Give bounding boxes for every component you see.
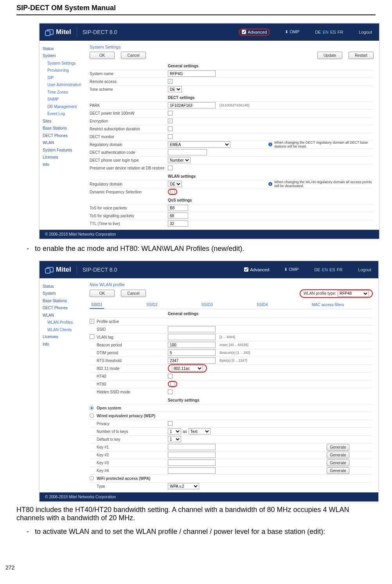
language-switch[interactable]: DEENESFR (313, 267, 343, 272)
cb-dfs[interactable]: ✓ (170, 189, 175, 194)
input-dtim[interactable] (168, 350, 216, 356)
tab-ssid4[interactable]: SSID4 (255, 303, 270, 309)
input-tosv[interactable] (168, 205, 188, 211)
sidebar-item-dectphones[interactable]: DECT Phones (43, 305, 86, 312)
input-k3[interactable] (168, 460, 216, 466)
sidebar-item-licenses[interactable]: Licenses (43, 333, 86, 341)
input-rts[interactable] (168, 357, 216, 364)
input-ssid[interactable] (168, 326, 216, 332)
doc-header: SIP-DECT OM System Manual (16, 0, 376, 12)
tab-ssid3[interactable]: SSID3 (200, 303, 214, 309)
generate-button-4[interactable]: Generate (327, 467, 349, 474)
cb-priv[interactable] (168, 421, 173, 426)
cb-ht40[interactable] (168, 374, 173, 379)
input-beacon[interactable] (168, 342, 216, 348)
sidebar-item-sites[interactable]: Sites (43, 118, 86, 125)
input-park[interactable] (168, 102, 216, 108)
cb-hidden[interactable] (168, 389, 173, 394)
radio-wep[interactable] (90, 413, 94, 418)
cb-remote[interactable]: ✓ (168, 79, 173, 84)
cb-pwr[interactable] (168, 111, 173, 115)
ok-button[interactable]: OK (90, 52, 115, 59)
ok-button[interactable]: OK (90, 290, 115, 297)
sidebar-item-sip[interactable]: SIP (43, 74, 86, 82)
select-mode[interactable]: 802.11ac (172, 365, 203, 371)
tab-ssid2[interactable]: SSID2 (145, 303, 159, 309)
sidebar-item-wlan-profiles[interactable]: WLAN Profiles (43, 319, 86, 326)
input-k1[interactable] (168, 444, 216, 450)
cb-active[interactable]: ✓ (90, 319, 94, 324)
cb-enc[interactable]: ✓ (168, 119, 173, 123)
sidebar-item-system[interactable]: System (43, 290, 86, 297)
advanced-toggle[interactable]: Advanced (244, 267, 269, 272)
group-general: General settings (168, 64, 374, 68)
page-number: 272 (5, 564, 14, 571)
omp-link[interactable]: ⬇ OMP (285, 29, 299, 34)
generate-button-3[interactable]: Generate (327, 460, 349, 466)
input-auth[interactable] (168, 149, 207, 155)
cancel-button[interactable]: Cancel (121, 290, 146, 297)
sidebar-item-info[interactable]: Info (43, 341, 86, 348)
select-regd2[interactable]: DE (168, 181, 182, 187)
sidebar-item-status[interactable]: Status (43, 283, 86, 290)
label-preserve: Preserve user device relation at DB rest… (90, 166, 168, 170)
cancel-button[interactable]: Cancel (121, 52, 146, 59)
sidebar-item-provisioning[interactable]: Provisioning (43, 67, 86, 74)
sidebar-item-wlan[interactable]: WLAN (43, 312, 86, 319)
select-wpatype[interactable]: WPA v.2 (168, 483, 199, 489)
logout-link[interactable]: Logout (359, 30, 372, 34)
sidebar-item-user-admin[interactable]: User Administration (43, 81, 86, 89)
omp-link[interactable]: ⬇ OMP (284, 267, 298, 272)
advanced-checkbox[interactable] (244, 267, 248, 272)
sidebar-item-info[interactable]: Info (43, 161, 86, 169)
input-k4[interactable] (168, 467, 216, 474)
cb-restrict[interactable] (168, 126, 173, 131)
language-switch[interactable]: DEENESFR (314, 30, 344, 34)
input-sysname[interactable] (168, 70, 216, 77)
advanced-checkbox[interactable] (242, 30, 246, 34)
radio-open[interactable] (90, 406, 94, 410)
restart-button[interactable]: Restart (349, 52, 374, 59)
input-ttl[interactable] (168, 220, 188, 227)
sidebar-item-wlan-clients[interactable]: WLAN Clients (43, 326, 86, 334)
sidebar-item-snmp[interactable]: SNMP (43, 96, 86, 103)
generate-button-1[interactable]: Generate (327, 444, 349, 451)
input-toss[interactable] (168, 213, 188, 219)
select-numkeys[interactable]: 1 (168, 428, 181, 434)
sidebar-item-basestations[interactable]: Base Stations (43, 125, 86, 132)
sidebar-item-system[interactable]: System (43, 52, 86, 60)
sidebar-item-dectphones[interactable]: DECT Phones (43, 132, 86, 140)
sidebar-item-db[interactable]: DB Management (43, 103, 86, 111)
select-tone[interactable]: DE (168, 86, 182, 92)
sidebar-item-system-settings[interactable]: System Settings (43, 60, 86, 67)
highlight-ht80 (168, 381, 177, 387)
cb-vlan[interactable] (90, 334, 94, 339)
select-defkey[interactable]: 1 (168, 436, 181, 442)
logout-link[interactable]: Logout (358, 267, 371, 272)
select-login[interactable]: Number (168, 157, 191, 163)
cb-ht80[interactable] (170, 382, 175, 386)
select-profile-type[interactable]: RFP48 (338, 290, 369, 297)
sidebar-item-wlan[interactable]: WLAN (43, 139, 86, 147)
sidebar-item-eventlog[interactable]: Event Log (43, 110, 86, 118)
cb-monitor[interactable] (168, 134, 173, 139)
select-regd[interactable]: EMEA (168, 141, 230, 148)
sidebar-item-timezones[interactable]: Time Zones (43, 89, 86, 96)
radio-wpa[interactable] (90, 476, 94, 480)
select-keyformat[interactable]: Text (189, 428, 210, 434)
advanced-toggle[interactable]: Advanced (242, 30, 267, 34)
tab-mac[interactable]: MAC access filters (310, 303, 346, 309)
sidebar-item-licenses[interactable]: Licenses (43, 154, 86, 161)
input-vlan[interactable] (168, 334, 216, 340)
tab-ssid1[interactable]: SSID1 (90, 303, 104, 309)
sidebar-item-basestations[interactable]: Base Stations (43, 297, 86, 305)
generate-button-2[interactable]: Generate (327, 452, 349, 458)
label-auth: DECT authentication code (90, 150, 168, 155)
input-k2[interactable] (168, 452, 216, 458)
label-k4: Key #4 (97, 469, 168, 473)
label-monitor: DECT monitor (90, 135, 168, 139)
sidebar-item-systemfeatures[interactable]: System Features (43, 147, 86, 154)
update-button[interactable]: Update (317, 52, 342, 59)
sidebar-item-status[interactable]: Status (43, 45, 86, 53)
cb-preserve[interactable] (168, 166, 173, 170)
